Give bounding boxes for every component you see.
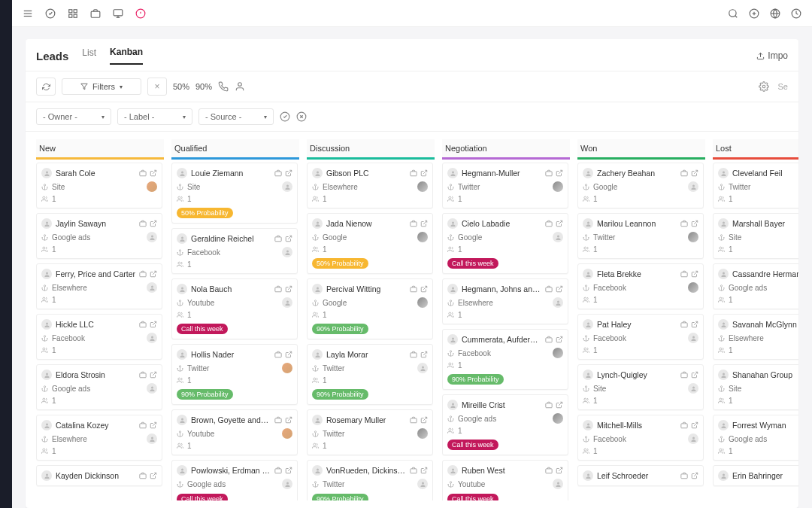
grid-icon[interactable] [68,8,78,19]
lead-card[interactable]: Cummerata, Aufderhar and BergnaumFaceboo… [442,329,568,390]
lead-card[interactable]: Nola BauchYoutube1Call this week [171,278,298,339]
lead-card[interactable]: Louie ZiemannSite150% Probability [171,163,298,224]
svg-point-113 [286,482,289,484]
owner-avatar [688,383,698,394]
apply-filter-icon[interactable] [280,111,290,122]
lead-card[interactable]: Hollis NaderTwitter190% Probability [171,344,298,405]
label-select[interactable]: - Label -▾ [117,108,192,125]
pct-50[interactable]: 50% [173,82,189,91]
svg-point-125 [314,247,316,249]
filters-button[interactable]: Filters ▾ [62,78,141,95]
lead-card[interactable]: Ferry, Price and CarterElsewhere1 [36,263,162,309]
lead-card[interactable]: Powlowski, Erdman and WildermanGoogle ad… [171,460,298,500]
settings-icon[interactable] [759,81,769,92]
briefcase-icon [410,169,417,177]
lead-card[interactable]: Marshall BayerSite1 [713,213,798,259]
lead-card[interactable]: Shanahan GroupSite1 [713,364,798,410]
lead-card[interactable]: Jada NienowGoogle150% Probability [307,213,433,274]
lead-card[interactable]: Layla MorarTwitter190% Probability [307,344,433,405]
svg-point-220 [692,386,695,388]
svg-line-116 [423,170,427,174]
lead-count: 1 [729,245,798,254]
svg-point-214 [584,348,586,350]
tab-list[interactable]: List [82,47,96,64]
lead-card[interactable]: Hegmann, Johns and AnkundingElsewhere1 [442,278,568,324]
lead-card[interactable]: Mitchell-MillsFacebook1 [577,415,704,461]
lead-count: 1 [52,245,157,254]
people-icon [447,362,454,369]
tab-kanban[interactable]: Kanban [110,47,143,65]
alert-icon[interactable] [135,8,146,19]
source-select[interactable]: - Source -▾ [198,108,274,125]
svg-point-196 [587,221,589,224]
column-header: New [36,139,164,160]
owner-select[interactable]: - Owner -▾ [36,108,111,125]
lead-card[interactable]: Leif Schroeder [577,465,704,486]
pct-90[interactable]: 90% [195,82,212,91]
owner-avatar [282,181,292,192]
lead-card[interactable]: Zachery BeahanGoogle1 [577,163,704,208]
lead-card[interactable]: Jaylin SawaynGoogle ads1 [36,213,162,259]
globe-icon[interactable] [770,8,780,19]
lead-card[interactable]: Brown, Goyette and GusikowskiYoutube1 [171,409,298,455]
lead-card[interactable]: Sarah ColeSite1 [36,163,162,208]
refresh-button[interactable] [36,78,56,96]
lead-card[interactable]: Gibson PLCElsewhere1 [307,163,433,208]
monitor-icon[interactable] [113,8,123,19]
external-icon [285,235,292,242]
lead-avatar [447,168,458,178]
lead-badge: Call this week [447,494,498,500]
person-icon[interactable] [235,81,245,92]
phone-icon[interactable] [218,81,229,92]
lead-card[interactable]: Catalina KozeyElsewhere1 [36,415,162,461]
lead-card[interactable]: Savanah McGlynnElsewhere1 [713,314,798,360]
lead-card[interactable]: Cleveland FeilTwitter1 [713,163,798,208]
lead-source: Twitter [729,183,798,191]
lead-card[interactable]: Forrest WymanGoogle ads1 [713,415,798,461]
lead-card[interactable]: Ruben WestYoutubeCall this week [442,460,568,500]
lead-avatar [718,470,729,481]
check-icon[interactable] [45,8,56,19]
add-icon[interactable] [749,8,759,19]
lead-card[interactable]: Geraldine ReichelFacebook1 [171,228,298,274]
lead-name: Cielo Labadie [462,219,541,228]
lead-avatar [718,218,729,229]
svg-point-207 [584,297,586,300]
svg-rect-76 [275,172,281,176]
lead-card[interactable]: Erin Bahringer [713,465,798,486]
lead-card[interactable]: Fleta BrekkeFacebook1 [577,263,704,309]
lead-card[interactable]: Pat HaleyFacebook1 [577,314,704,360]
lead-card[interactable]: Percival WittingGoogle190% Probability [307,278,433,339]
lead-name: VonRueden, Dickinson and Macejkovic [326,466,406,475]
anchor-icon [718,436,725,443]
lead-count: 1 [458,427,563,435]
import-button[interactable]: Impo [756,50,788,61]
menu-icon[interactable] [23,8,33,19]
svg-point-119 [314,196,316,199]
lead-card[interactable]: Cassandre HermanGoogle ads1 [713,263,798,309]
lead-card[interactable]: Mireille CristGoogle ads1Call this week [442,394,568,455]
lead-card[interactable]: Hickle LLCFacebook1 [36,314,162,360]
lead-avatar [583,420,593,430]
svg-line-39 [153,221,156,224]
lead-card[interactable]: Cielo LabadieGoogle1Call this week [442,213,568,274]
lead-card[interactable]: Eldora StrosinGoogle ads1 [36,364,162,410]
clear-filter-icon[interactable] [296,111,307,122]
lead-card[interactable]: Hegmann-MullerTwitter1 [442,163,568,208]
people-icon [447,312,454,318]
lead-card[interactable]: Rosemary MullerTwitter1 [307,409,433,455]
lead-card[interactable]: Lynch-QuigleySite1 [577,364,704,410]
briefcase-icon[interactable] [90,8,101,19]
lead-avatar [718,168,729,178]
clock-icon[interactable] [791,8,801,19]
svg-point-264 [723,423,725,425]
nav-sidebar [0,0,12,508]
svg-point-150 [422,482,424,484]
lead-card[interactable]: Kayden Dickinson [36,465,162,486]
svg-line-198 [694,221,698,224]
svg-point-26 [762,85,765,88]
lead-card[interactable]: VonRueden, Dickinson and MacejkovicTwitt… [307,460,433,500]
lead-card[interactable]: Marilou LeannonTwitter1 [577,213,704,259]
close-filters-button[interactable]: × [147,78,167,96]
search-icon[interactable] [728,8,738,19]
